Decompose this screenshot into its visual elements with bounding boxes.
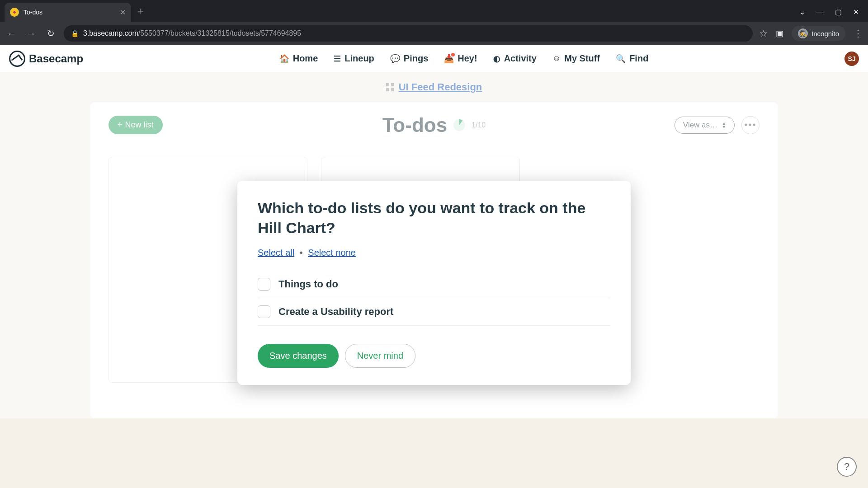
lineup-icon: ☰ [334,54,341,64]
incognito-badge[interactable]: 🕵 Incognito [792,26,845,41]
minimize-icon[interactable]: — [816,8,824,16]
nav-hey[interactable]: 📥 Hey! [444,53,477,64]
help-button[interactable]: ? [837,457,857,477]
incognito-label: Incognito [811,30,839,38]
close-tab-icon[interactable]: ✕ [120,8,126,17]
hill-chart-modal: Which to-do lists do you want to track o… [237,181,631,385]
list-option[interactable]: Things to do [258,271,610,298]
window-controls: ⌄ — ▢ ✕ [799,8,868,16]
bookmark-icon[interactable]: ☆ [760,28,768,39]
modal-title: Which to-do lists do you want to track o… [258,198,610,238]
extensions-icon[interactable]: ▣ [776,28,783,38]
incognito-icon: 🕵 [798,28,808,38]
list-option[interactable]: Create a Usability report [258,298,610,325]
nav-lineup[interactable]: ☰ Lineup [334,53,374,64]
main-nav: Basecamp 🏠 Home ☰ Lineup 💬 Pings 📥 Hey! … [0,45,868,72]
activity-icon: ◐ [493,54,500,64]
logo[interactable]: Basecamp [9,51,83,67]
checkbox[interactable] [258,305,270,318]
notification-dot-icon [451,53,455,56]
list-options: Things to do Create a Usability report [258,271,610,326]
option-label: Things to do [278,278,338,290]
browser-menu-icon[interactable]: ⋮ [854,28,863,39]
hey-icon: 📥 [444,54,454,64]
nav-activity[interactable]: ◐ Activity [493,53,537,64]
nav-find[interactable]: 🔍 Find [616,53,648,64]
nav-home[interactable]: 🏠 Home [279,53,318,64]
back-button[interactable]: ← [5,28,18,39]
browser-tab[interactable]: To-dos ✕ [5,3,131,22]
select-links: Select all • Select none [258,248,610,258]
modal-actions: Save changes Never mind [258,339,610,368]
nav-pings[interactable]: 💬 Pings [390,53,428,64]
logo-icon [9,51,25,67]
address-bar: ← → ↻ 🔒 3.basecamp.com/5550377/buckets/3… [0,22,868,45]
lock-icon: 🔒 [71,30,79,37]
browser-tab-bar: To-dos ✕ + ⌄ — ▢ ✕ [0,0,868,22]
tab-favicon-icon [10,8,19,17]
nav-mystuff[interactable]: ☺ My Stuff [552,53,600,64]
reload-button[interactable]: ↻ [44,28,57,39]
maximize-icon[interactable]: ▢ [835,8,842,16]
pings-icon: 💬 [390,54,400,64]
select-none-link[interactable]: Select none [308,248,356,258]
cancel-button[interactable]: Never mind [345,344,415,368]
mystuff-icon: ☺ [552,54,561,63]
find-icon: 🔍 [616,54,626,64]
nav-items: 🏠 Home ☰ Lineup 💬 Pings 📥 Hey! ◐ Activit… [279,53,649,64]
tab-dropdown-icon[interactable]: ⌄ [799,8,805,16]
close-window-icon[interactable]: ✕ [853,8,859,16]
modal-overlay: Which to-do lists do you want to track o… [0,72,868,418]
select-all-link[interactable]: Select all [258,248,294,258]
checkbox[interactable] [258,278,270,291]
home-icon: 🏠 [279,54,289,64]
url-text: 3.basecamp.com/5550377/buckets/31325815/… [83,29,301,38]
option-label: Create a Usability report [278,306,393,318]
forward-button[interactable]: → [25,28,38,39]
page-content: UI Feed Redesign + New list To-dos 1/10 … [0,72,868,418]
avatar[interactable]: SJ [844,52,859,66]
logo-text: Basecamp [29,52,83,65]
save-button[interactable]: Save changes [258,344,339,368]
new-tab-button[interactable]: + [138,5,144,17]
tab-title: To-dos [24,9,115,16]
url-field[interactable]: 🔒 3.basecamp.com/5550377/buckets/3132581… [64,25,753,42]
toolbar-right: ☆ ▣ 🕵 Incognito ⋮ [760,26,863,41]
separator: • [300,248,303,258]
